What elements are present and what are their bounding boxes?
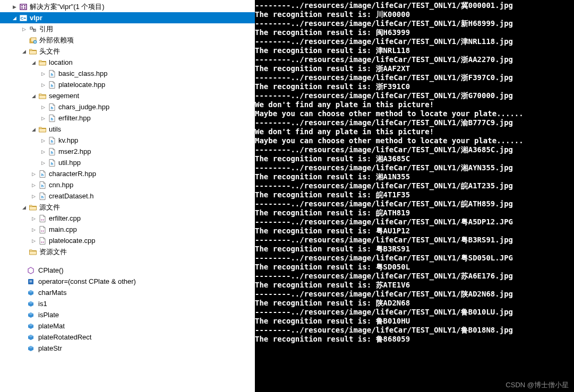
tree-item[interactable]: ◢源文件 bbox=[0, 202, 255, 213]
tree-item[interactable]: ◢C+vlpr bbox=[0, 12, 255, 23]
member-item[interactable]: is1 bbox=[0, 298, 255, 309]
folder-icon bbox=[38, 58, 47, 67]
svg-text:h: h bbox=[51, 73, 53, 76]
member-item[interactable]: CPlate() bbox=[0, 265, 255, 276]
expander-icon[interactable]: ▷ bbox=[39, 70, 47, 77]
expander-icon[interactable]: ▷ bbox=[39, 159, 47, 167]
tree-item[interactable]: ▷++main.cpp bbox=[0, 224, 255, 235]
tree-item[interactable]: ◢头文件 bbox=[0, 46, 255, 57]
hpp-icon: h bbox=[48, 69, 56, 78]
tree-item-label: erfilter.cpp bbox=[49, 214, 81, 222]
tree-item[interactable]: ▷hchars_judge.hpp bbox=[0, 101, 255, 112]
tree-item-label: mser2.hpp bbox=[58, 147, 91, 155]
tree-item[interactable]: ▶解决方案"vlpr"(1 个项目) bbox=[0, 1, 255, 12]
tree-item-label: creatDataset.h bbox=[49, 192, 94, 200]
tree-item[interactable]: ▷引用 bbox=[0, 23, 255, 34]
expander-icon[interactable]: ◢ bbox=[20, 48, 28, 55]
svg-text:h: h bbox=[51, 140, 53, 143]
svg-rect-0 bbox=[20, 4, 27, 10]
tree-item-label: 源文件 bbox=[39, 203, 60, 212]
member-label: plateMat bbox=[38, 322, 65, 330]
svg-text:h: h bbox=[51, 162, 53, 165]
tree-item[interactable]: ▷hcreatDataset.h bbox=[0, 190, 255, 202]
tree-item[interactable]: ▷hcnn.hpp bbox=[0, 179, 255, 190]
tree-item-label: platelocate.hpp bbox=[58, 81, 105, 89]
expander-icon[interactable]: ◢ bbox=[11, 14, 18, 22]
expander-icon[interactable]: ▷ bbox=[39, 137, 47, 144]
member-label: is1 bbox=[38, 300, 47, 308]
tree-item[interactable]: ▷hplatelocate.hpp bbox=[0, 79, 255, 90]
expander-icon[interactable]: ▷ bbox=[30, 215, 37, 222]
tree-item[interactable]: ▷hutil.hpp bbox=[0, 157, 255, 168]
svg-text:h: h bbox=[41, 195, 44, 199]
expander-icon[interactable]: ▷ bbox=[39, 81, 47, 89]
expander-icon[interactable]: ◢ bbox=[20, 204, 28, 211]
tree-item[interactable]: 外部依赖项 bbox=[0, 34, 255, 46]
expander-icon[interactable] bbox=[20, 37, 28, 44]
field-icon bbox=[27, 300, 35, 308]
tree-item[interactable]: ▷hkv.hpp bbox=[0, 135, 255, 146]
svg-text:++: ++ bbox=[40, 229, 45, 232]
operator-icon: = bbox=[27, 277, 35, 286]
tree-item-label: util.hpp bbox=[58, 159, 81, 167]
tree-item-label: vlpr bbox=[30, 14, 42, 22]
expander-icon[interactable]: ▷ bbox=[39, 148, 47, 155]
hpp-icon: h bbox=[48, 159, 56, 167]
member-item[interactable]: isPlate bbox=[0, 309, 255, 320]
cpp-icon: ++ bbox=[38, 237, 47, 245]
member-item[interactable]: plateStr bbox=[0, 343, 255, 354]
hpp-icon: h bbox=[38, 170, 47, 178]
tree-item[interactable]: ▷++erfilter.cpp bbox=[0, 213, 255, 224]
field-icon bbox=[27, 311, 35, 319]
tree-item[interactable]: ▷hmser2.hpp bbox=[0, 146, 255, 157]
tree-item-label: utils bbox=[49, 125, 61, 133]
console-output: --------../resources/image/lifeCar/TEST_… bbox=[255, 0, 574, 392]
expander-icon[interactable]: ▷ bbox=[30, 226, 37, 233]
member-item[interactable]: =operator=(const CPlate & other) bbox=[0, 276, 255, 287]
tree-item[interactable]: 资源文件 bbox=[0, 246, 255, 257]
tree-item-label: chars_judge.hpp bbox=[58, 103, 109, 111]
method-icon bbox=[27, 266, 35, 275]
member-item[interactable]: plateMat bbox=[0, 320, 255, 332]
tree-item-label: 资源文件 bbox=[39, 247, 67, 257]
tree-item-label: 引用 bbox=[39, 24, 53, 34]
svg-text:h: h bbox=[51, 117, 53, 121]
expander-icon[interactable]: ▶ bbox=[11, 3, 18, 11]
folder-icon bbox=[38, 92, 47, 100]
hpp-icon: h bbox=[48, 147, 56, 156]
tree-item-label: platelocate.cpp bbox=[49, 237, 95, 245]
expander-icon[interactable]: ▷ bbox=[30, 181, 37, 189]
member-item[interactable]: plateRotatedRect bbox=[0, 332, 255, 343]
tree-item-label: erfilter.hpp bbox=[58, 114, 91, 122]
hpp-icon: h bbox=[48, 136, 56, 145]
folder-icon bbox=[38, 125, 47, 134]
hpp-icon: h bbox=[48, 103, 56, 111]
expander-icon[interactable]: ◢ bbox=[30, 126, 37, 133]
tree-item[interactable]: ▷hbasic_class.hpp bbox=[0, 68, 255, 79]
tree-item[interactable]: ◢utils bbox=[0, 124, 255, 135]
tree-item-label: kv.hpp bbox=[58, 136, 78, 144]
expander-icon[interactable]: ◢ bbox=[30, 92, 37, 100]
ref-icon bbox=[29, 25, 37, 33]
tree-item[interactable]: ▷++platelocate.cpp bbox=[0, 235, 255, 246]
member-item[interactable]: charMats bbox=[0, 287, 255, 298]
expander-icon[interactable]: ◢ bbox=[30, 59, 37, 66]
tree-item-label: basic_class.hpp bbox=[58, 69, 108, 77]
expander-icon[interactable]: ▷ bbox=[30, 193, 37, 200]
solution-icon bbox=[19, 3, 28, 11]
tree-item[interactable]: ◢location bbox=[0, 57, 255, 68]
svg-text:C+: C+ bbox=[21, 16, 27, 21]
tree-item[interactable]: ▷hcharacterR.hpp bbox=[0, 168, 255, 179]
expander-icon[interactable]: ▷ bbox=[20, 25, 28, 33]
expander-icon[interactable]: ▷ bbox=[39, 115, 47, 122]
svg-rect-4 bbox=[24, 7, 25, 8]
expander-icon[interactable]: ▷ bbox=[30, 170, 37, 178]
expander-icon[interactable]: ▷ bbox=[30, 237, 37, 245]
expander-icon[interactable] bbox=[20, 248, 28, 256]
expander-icon[interactable]: ▷ bbox=[39, 103, 47, 111]
member-label: charMats bbox=[38, 289, 66, 297]
hpp-icon: h bbox=[38, 181, 47, 189]
svg-text:h: h bbox=[41, 173, 44, 177]
tree-item[interactable]: ▷herfilter.hpp bbox=[0, 112, 255, 124]
tree-item[interactable]: ◢segement bbox=[0, 90, 255, 101]
